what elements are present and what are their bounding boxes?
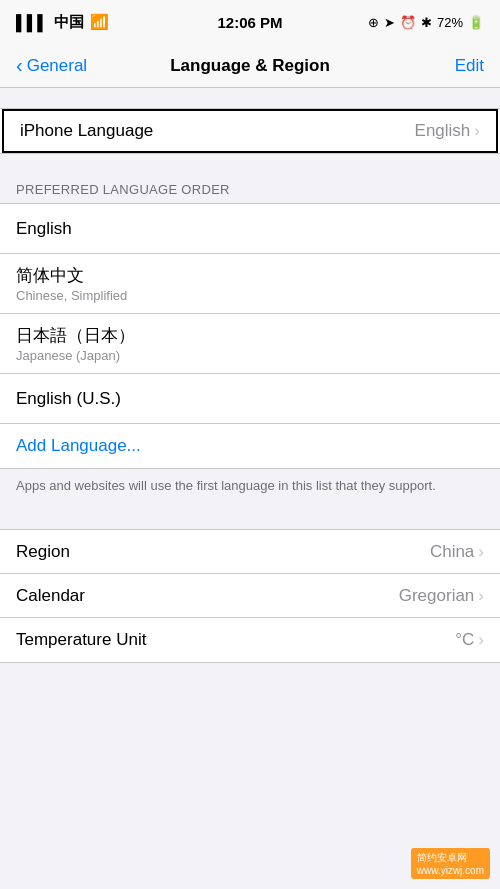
language-name-english-us: English (U.S.) <box>16 389 484 409</box>
language-sub-japanese: Japanese (Japan) <box>16 348 484 363</box>
bluetooth-icon: ✱ <box>421 15 432 30</box>
temperature-value-group: °C › <box>455 630 484 650</box>
edit-button[interactable]: Edit <box>455 56 484 76</box>
language-sub-chinese: Chinese, Simplified <box>16 288 484 303</box>
location-icon: ⊕ <box>368 15 379 30</box>
region-chevron-icon: › <box>478 542 484 562</box>
content-area: iPhone Language English › PREFERRED LANG… <box>0 108 500 663</box>
calendar-value-group: Gregorian › <box>399 586 484 606</box>
preferred-language-footer: Apps and websites will use the first lan… <box>0 469 500 509</box>
temperature-row[interactable]: Temperature Unit °C › <box>0 618 500 662</box>
calendar-chevron-icon: › <box>478 586 484 606</box>
language-name-japanese: 日本語（日本） <box>16 324 484 347</box>
calendar-row[interactable]: Calendar Gregorian › <box>0 574 500 618</box>
region-value: China <box>430 542 474 562</box>
list-item[interactable]: 日本語（日本） Japanese (Japan) <box>0 314 500 374</box>
watermark: 简约安卓网www.yizwj.com <box>411 848 490 879</box>
list-item[interactable]: English (U.S.) <box>0 374 500 424</box>
calendar-value: Gregorian <box>399 586 475 606</box>
temperature-chevron-icon: › <box>478 630 484 650</box>
iphone-language-label: iPhone Language <box>20 121 153 141</box>
back-label: General <box>27 56 87 76</box>
language-name-english: English <box>16 219 484 239</box>
temperature-value: °C <box>455 630 474 650</box>
carrier-text: 中国 <box>54 13 84 32</box>
nav-bar: ‹ General Language & Region Edit <box>0 44 500 88</box>
back-chevron-icon: ‹ <box>16 55 23 75</box>
wifi-icon: 📶 <box>90 13 109 31</box>
region-value-group: China › <box>430 542 484 562</box>
status-carrier: ▌▌▌ 中国 📶 <box>16 13 109 32</box>
region-label: Region <box>16 542 70 562</box>
temperature-label: Temperature Unit <box>16 630 146 650</box>
bottom-settings-group: Region China › Calendar Gregorian › Temp… <box>0 529 500 663</box>
signal-icon: ▌▌▌ <box>16 14 48 31</box>
iphone-language-value-group: English › <box>415 121 480 141</box>
preferred-language-header: PREFERRED LANGUAGE ORDER <box>0 174 500 203</box>
status-bar: ▌▌▌ 中国 📶 12:06 PM ⊕ ➤ ⏰ ✱ 72% 🔋 <box>0 0 500 44</box>
preferred-language-section: PREFERRED LANGUAGE ORDER English 简体中文 Ch… <box>0 174 500 509</box>
iphone-language-value: English <box>415 121 471 141</box>
list-item[interactable]: 简体中文 Chinese, Simplified <box>0 254 500 314</box>
status-right: ⊕ ➤ ⏰ ✱ 72% 🔋 <box>368 15 484 30</box>
back-button[interactable]: ‹ General <box>16 56 87 76</box>
iphone-language-row[interactable]: iPhone Language English › <box>2 109 498 153</box>
battery-text: 72% <box>437 15 463 30</box>
compass-icon: ➤ <box>384 15 395 30</box>
language-list: English 简体中文 Chinese, Simplified 日本語（日本）… <box>0 203 500 469</box>
nav-title: Language & Region <box>170 56 330 76</box>
iphone-language-chevron-icon: › <box>474 121 480 141</box>
add-language-row[interactable]: Add Language... <box>0 424 500 468</box>
language-name-chinese: 简体中文 <box>16 264 484 287</box>
battery-icon: 🔋 <box>468 15 484 30</box>
region-row[interactable]: Region China › <box>0 530 500 574</box>
list-item[interactable]: English <box>0 204 500 254</box>
alarm-icon: ⏰ <box>400 15 416 30</box>
calendar-label: Calendar <box>16 586 85 606</box>
status-time: 12:06 PM <box>217 14 282 31</box>
add-language-label: Add Language... <box>16 436 141 456</box>
